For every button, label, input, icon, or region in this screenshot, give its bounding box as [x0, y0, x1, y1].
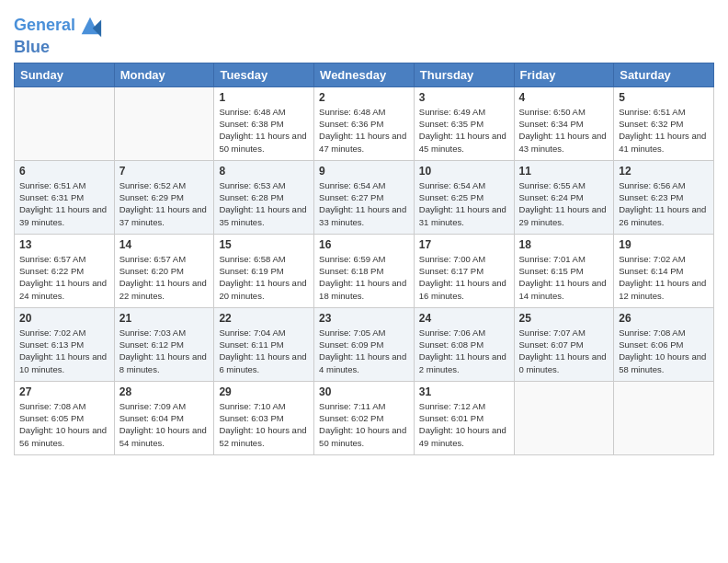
day-number: 27: [19, 385, 109, 398]
day-number: 7: [119, 165, 210, 178]
day-info: Sunrise: 6:56 AM Sunset: 6:23 PM Dayligh…: [619, 179, 709, 228]
day-info: Sunrise: 6:51 AM Sunset: 6:32 PM Dayligh…: [619, 106, 709, 155]
calendar-cell: 24Sunrise: 7:06 AM Sunset: 6:08 PM Dayli…: [414, 307, 514, 381]
week-row-5: 27Sunrise: 7:08 AM Sunset: 6:05 PM Dayli…: [15, 381, 714, 454]
day-info: Sunrise: 6:54 AM Sunset: 6:27 PM Dayligh…: [319, 179, 409, 228]
calendar-cell: 13Sunrise: 6:57 AM Sunset: 6:22 PM Dayli…: [15, 234, 115, 307]
calendar-cell: 7Sunrise: 6:52 AM Sunset: 6:29 PM Daylig…: [114, 160, 214, 234]
day-info: Sunrise: 7:02 AM Sunset: 6:13 PM Dayligh…: [19, 327, 109, 375]
calendar-cell: 21Sunrise: 7:03 AM Sunset: 6:12 PM Dayli…: [114, 307, 214, 381]
day-info: Sunrise: 6:52 AM Sunset: 6:29 PM Dayligh…: [119, 179, 210, 228]
day-number: 19: [619, 238, 709, 251]
header-cell-monday: Monday: [114, 63, 214, 86]
week-row-3: 13Sunrise: 6:57 AM Sunset: 6:22 PM Dayli…: [15, 234, 714, 307]
calendar-cell: 16Sunrise: 6:59 AM Sunset: 6:18 PM Dayli…: [314, 234, 415, 307]
day-info: Sunrise: 7:04 AM Sunset: 6:11 PM Dayligh…: [219, 327, 309, 375]
header-row: SundayMondayTuesdayWednesdayThursdayFrid…: [15, 63, 714, 86]
week-row-4: 20Sunrise: 7:02 AM Sunset: 6:13 PM Dayli…: [15, 307, 714, 381]
day-info: Sunrise: 7:11 AM Sunset: 6:02 PM Dayligh…: [319, 400, 409, 449]
day-info: Sunrise: 7:12 AM Sunset: 6:01 PM Dayligh…: [419, 400, 509, 449]
day-number: 17: [419, 238, 509, 251]
day-number: 3: [419, 91, 509, 104]
day-info: Sunrise: 7:09 AM Sunset: 6:04 PM Dayligh…: [119, 400, 210, 449]
day-info: Sunrise: 7:01 AM Sunset: 6:15 PM Dayligh…: [519, 253, 609, 302]
calendar-cell: 9Sunrise: 6:54 AM Sunset: 6:27 PM Daylig…: [314, 160, 415, 234]
day-number: 2: [319, 91, 409, 104]
calendar-cell: 5Sunrise: 6:51 AM Sunset: 6:32 PM Daylig…: [614, 86, 714, 160]
day-number: 12: [619, 165, 709, 178]
calendar-cell: [614, 381, 714, 454]
calendar-cell: 4Sunrise: 6:50 AM Sunset: 6:34 PM Daylig…: [514, 86, 614, 160]
day-info: Sunrise: 6:53 AM Sunset: 6:28 PM Dayligh…: [219, 179, 309, 228]
day-info: Sunrise: 6:58 AM Sunset: 6:19 PM Dayligh…: [219, 253, 309, 302]
day-info: Sunrise: 6:48 AM Sunset: 6:38 PM Dayligh…: [219, 106, 309, 155]
week-row-2: 6Sunrise: 6:51 AM Sunset: 6:31 PM Daylig…: [15, 160, 714, 234]
calendar-cell: 19Sunrise: 7:02 AM Sunset: 6:14 PM Dayli…: [614, 234, 714, 307]
day-info: Sunrise: 7:00 AM Sunset: 6:17 PM Dayligh…: [419, 253, 509, 302]
calendar-cell: [114, 86, 214, 160]
day-number: 1: [219, 91, 309, 104]
day-number: 22: [219, 312, 309, 325]
day-info: Sunrise: 7:10 AM Sunset: 6:03 PM Dayligh…: [219, 400, 309, 449]
header-cell-saturday: Saturday: [614, 63, 714, 86]
calendar-cell: 30Sunrise: 7:11 AM Sunset: 6:02 PM Dayli…: [314, 381, 415, 454]
calendar-cell: [514, 381, 614, 454]
calendar-cell: 8Sunrise: 6:53 AM Sunset: 6:28 PM Daylig…: [214, 160, 314, 234]
header-cell-tuesday: Tuesday: [214, 63, 314, 86]
header-cell-wednesday: Wednesday: [314, 63, 415, 86]
calendar-cell: 18Sunrise: 7:01 AM Sunset: 6:15 PM Dayli…: [514, 234, 614, 307]
day-number: 30: [319, 385, 409, 398]
calendar-cell: 10Sunrise: 6:54 AM Sunset: 6:25 PM Dayli…: [414, 160, 514, 234]
day-number: 13: [19, 238, 109, 251]
calendar-cell: 6Sunrise: 6:51 AM Sunset: 6:31 PM Daylig…: [15, 160, 115, 234]
day-info: Sunrise: 6:55 AM Sunset: 6:24 PM Dayligh…: [519, 179, 609, 228]
day-info: Sunrise: 6:59 AM Sunset: 6:18 PM Dayligh…: [319, 253, 409, 302]
day-number: 8: [219, 165, 309, 178]
day-info: Sunrise: 6:48 AM Sunset: 6:36 PM Dayligh…: [319, 106, 409, 155]
day-number: 24: [419, 312, 509, 325]
day-info: Sunrise: 7:05 AM Sunset: 6:09 PM Dayligh…: [319, 327, 409, 375]
header-cell-friday: Friday: [514, 63, 614, 86]
day-info: Sunrise: 7:08 AM Sunset: 6:05 PM Dayligh…: [19, 400, 109, 449]
calendar-cell: 31Sunrise: 7:12 AM Sunset: 6:01 PM Dayli…: [414, 381, 514, 454]
week-row-1: 1Sunrise: 6:48 AM Sunset: 6:38 PM Daylig…: [15, 86, 714, 160]
header-cell-sunday: Sunday: [15, 63, 115, 86]
calendar-cell: 14Sunrise: 6:57 AM Sunset: 6:20 PM Dayli…: [114, 234, 214, 307]
day-info: Sunrise: 6:57 AM Sunset: 6:20 PM Dayligh…: [119, 253, 210, 302]
calendar-cell: [15, 86, 115, 160]
day-number: 10: [419, 165, 509, 178]
day-number: 29: [219, 385, 309, 398]
day-info: Sunrise: 6:54 AM Sunset: 6:25 PM Dayligh…: [419, 179, 509, 228]
calendar-cell: 11Sunrise: 6:55 AM Sunset: 6:24 PM Dayli…: [514, 160, 614, 234]
calendar-cell: 20Sunrise: 7:02 AM Sunset: 6:13 PM Dayli…: [15, 307, 115, 381]
day-number: 23: [319, 312, 409, 325]
logo-text: General: [14, 17, 75, 35]
header-cell-thursday: Thursday: [414, 63, 514, 86]
day-number: 5: [619, 91, 709, 104]
calendar-cell: 27Sunrise: 7:08 AM Sunset: 6:05 PM Dayli…: [15, 381, 115, 454]
calendar-cell: 3Sunrise: 6:49 AM Sunset: 6:35 PM Daylig…: [414, 86, 514, 160]
calendar-cell: 15Sunrise: 6:58 AM Sunset: 6:19 PM Dayli…: [214, 234, 314, 307]
calendar-cell: 28Sunrise: 7:09 AM Sunset: 6:04 PM Dayli…: [114, 381, 214, 454]
calendar-body: 1Sunrise: 6:48 AM Sunset: 6:38 PM Daylig…: [15, 86, 714, 454]
calendar-cell: 17Sunrise: 7:00 AM Sunset: 6:17 PM Dayli…: [414, 234, 514, 307]
day-number: 16: [319, 238, 409, 251]
calendar-cell: 2Sunrise: 6:48 AM Sunset: 6:36 PM Daylig…: [314, 86, 415, 160]
day-info: Sunrise: 7:08 AM Sunset: 6:06 PM Dayligh…: [619, 327, 709, 375]
calendar-cell: 29Sunrise: 7:10 AM Sunset: 6:03 PM Dayli…: [214, 381, 314, 454]
day-number: 20: [19, 312, 109, 325]
calendar-cell: 1Sunrise: 6:48 AM Sunset: 6:38 PM Daylig…: [214, 86, 314, 160]
day-info: Sunrise: 6:49 AM Sunset: 6:35 PM Dayligh…: [419, 106, 509, 155]
day-number: 26: [619, 312, 709, 325]
day-number: 11: [519, 165, 609, 178]
calendar-cell: 23Sunrise: 7:05 AM Sunset: 6:09 PM Dayli…: [314, 307, 415, 381]
calendar: SundayMondayTuesdayWednesdayThursdayFrid…: [14, 63, 714, 455]
day-number: 25: [519, 312, 609, 325]
day-number: 9: [319, 165, 409, 178]
day-number: 18: [519, 238, 609, 251]
calendar-cell: 25Sunrise: 7:07 AM Sunset: 6:07 PM Dayli…: [514, 307, 614, 381]
day-number: 6: [19, 165, 109, 178]
day-number: 21: [119, 312, 210, 325]
day-info: Sunrise: 6:57 AM Sunset: 6:22 PM Dayligh…: [19, 253, 109, 302]
day-info: Sunrise: 6:51 AM Sunset: 6:31 PM Dayligh…: [19, 179, 109, 228]
